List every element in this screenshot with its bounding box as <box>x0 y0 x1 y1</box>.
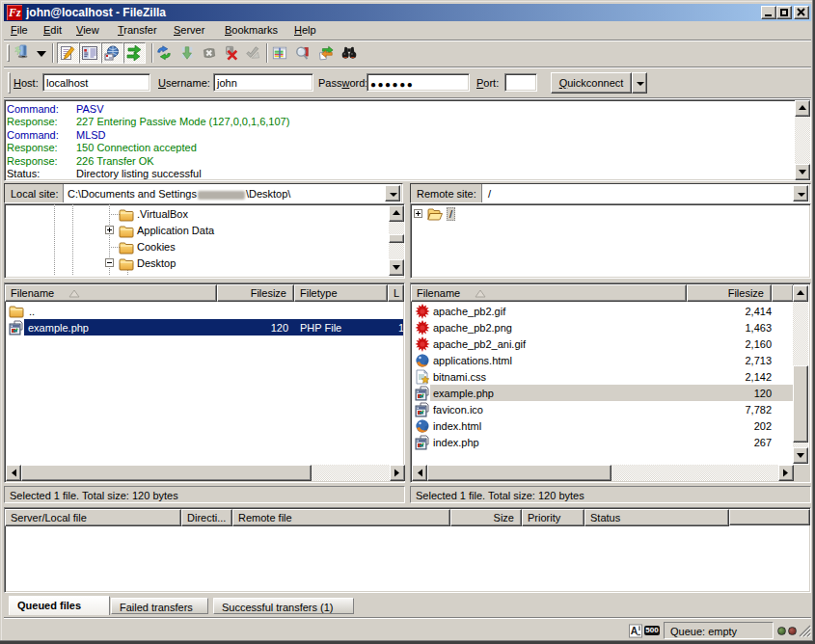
svg-text:Fz: Fz <box>8 6 21 19</box>
